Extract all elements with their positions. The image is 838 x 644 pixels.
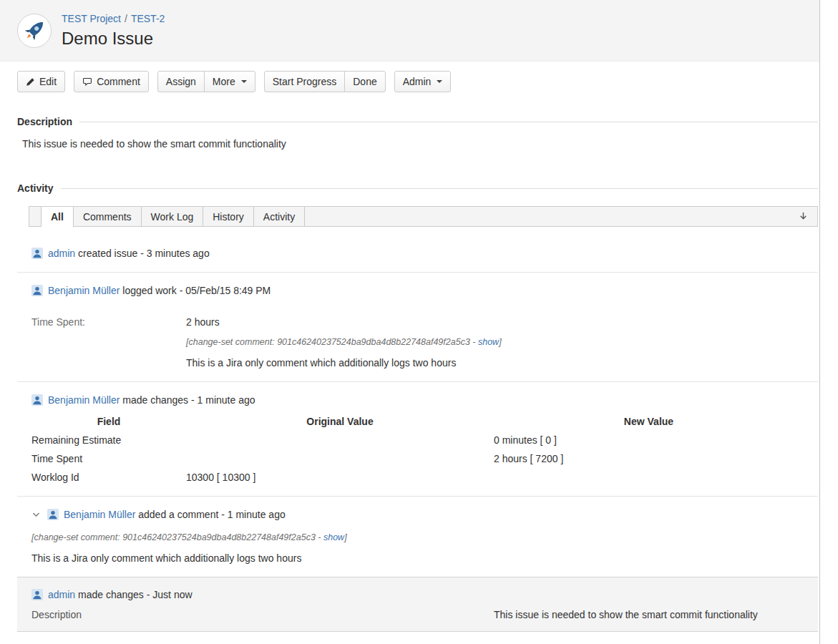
tab-history[interactable]: History (203, 207, 254, 226)
activity-item-header: Benjamin Müller added a comment - 1 minu… (31, 507, 804, 522)
more-dropdown-button[interactable]: More (204, 71, 255, 92)
more-button-label: More (213, 76, 235, 87)
user-avatar-icon (31, 394, 43, 406)
workflow-button-group: Assign More (157, 71, 255, 92)
start-progress-button-label: Start Progress (273, 76, 336, 87)
change-row-new (494, 470, 804, 484)
change-row-field: Remaining Estimate (31, 433, 186, 447)
tab-comments[interactable]: Comments (74, 207, 142, 226)
activity-item-header: admin made changes - Just now (31, 587, 804, 602)
changes-table: Field Original Value New Value Remaining… (31, 414, 804, 484)
activity-section-heading: Activity (17, 182, 818, 194)
change-row-field: Description (31, 608, 186, 622)
done-button[interactable]: Done (344, 71, 385, 92)
heading-rule (61, 188, 818, 189)
collapse-comment-button[interactable] (31, 510, 42, 519)
activity-summary: Benjamin Müller added a comment - 1 minu… (64, 507, 286, 522)
heading-rule (79, 122, 818, 122)
breadcrumb-separator: / (125, 13, 127, 24)
done-button-label: Done (353, 76, 376, 87)
change-row-original (186, 452, 494, 466)
description-text: This issue is needed to show the smart c… (22, 137, 802, 151)
breadcrumb-issue-key-link[interactable]: TEST-2 (131, 13, 165, 24)
activity-item-logged-work: Benjamin Müller logged work - 05/Feb/15 … (17, 272, 818, 381)
user-avatar-icon (47, 509, 59, 520)
user-link[interactable]: Benjamin Müller (48, 285, 120, 296)
activity-tabs: All Comments Work Log History Activity (29, 206, 818, 227)
pencil-icon (26, 77, 35, 87)
changeset-text: [change-set comment: 901c46240237524ba9d… (31, 532, 323, 542)
worklog-field-label: Time Spent: (31, 315, 186, 370)
page: TEST Project/TEST-2 Demo Issue Edit Comm… (0, 0, 838, 644)
worklog-time-spent-value: 2 hours (186, 315, 804, 329)
transition-button-group: Start Progress Done (264, 71, 386, 92)
activity-item-header: admin created issue - 3 minutes ago (31, 246, 804, 260)
change-row-field: Worklog Id (31, 470, 186, 484)
toolbar: Edit Comment Assign More Start Prog (0, 62, 819, 103)
user-link[interactable]: admin (48, 589, 75, 600)
activity-heading-label: Activity (17, 182, 54, 194)
arrow-down-icon (798, 213, 809, 224)
changes-header-field: Field (31, 414, 186, 429)
breadcrumb: TEST Project/TEST-2 (62, 12, 165, 25)
edit-button-label: Edit (39, 76, 57, 87)
activity-item-header: Benjamin Müller made changes - 1 minute … (31, 393, 804, 407)
activity-action-text: added a comment - 1 minute ago (138, 509, 285, 520)
worklog-details: Time Spent: 2 hours [change-set comment:… (31, 315, 804, 370)
activity-summary: admin made changes - Just now (48, 587, 193, 602)
user-avatar-icon (31, 589, 43, 600)
chevron-down-icon (31, 511, 41, 522)
changes-header-original-value: Original Value (186, 414, 494, 429)
changeset-show-link[interactable]: show (323, 532, 344, 542)
description-section-heading: Description (17, 116, 818, 127)
tab-activity[interactable]: Activity (254, 207, 305, 226)
changeset-text: ] (499, 337, 501, 347)
user-link[interactable]: admin (48, 248, 75, 259)
chevron-down-icon (241, 80, 247, 83)
worklog-comment-text: This is a Jira only comment which additi… (186, 356, 804, 370)
activity-action-text: created issue - 3 minutes ago (78, 248, 210, 259)
activity-item-header: Benjamin Müller logged work - 05/Feb/15 … (31, 283, 804, 298)
changeset-comment-line: [change-set comment: 901c46240237524ba9d… (31, 532, 804, 543)
activity-item-latest-change: admin made changes - Just now Descriptio… (17, 577, 818, 632)
assign-button-label: Assign (166, 76, 196, 87)
main-content: TEST Project/TEST-2 Demo Issue Edit Comm… (0, 0, 820, 644)
assign-button[interactable]: Assign (157, 71, 205, 92)
changes-header-new-value: New Value (494, 414, 804, 429)
change-row-new: This issue is needed to show the smart c… (494, 608, 804, 622)
activity-item-created-issue: admin created issue - 3 minutes ago (17, 227, 818, 272)
breadcrumb-project-link[interactable]: TEST Project (62, 13, 121, 24)
chevron-down-icon (437, 80, 442, 83)
activity-summary: admin created issue - 3 minutes ago (48, 246, 210, 260)
changeset-show-link[interactable]: show (478, 337, 499, 347)
tab-all[interactable]: All (41, 207, 74, 227)
user-link[interactable]: Benjamin Müller (48, 394, 120, 406)
comment-button[interactable]: Comment (74, 71, 149, 92)
change-row-original (186, 433, 494, 447)
project-avatar-rocket-icon (17, 14, 52, 48)
page-title: Demo Issue (62, 28, 165, 49)
activity-action-text: logged work - 05/Feb/15 8:49 PM (122, 285, 271, 296)
activity-action-text: made changes - 1 minute ago (122, 394, 255, 406)
activity-summary: Benjamin Müller logged work - 05/Feb/15 … (48, 283, 271, 298)
change-row-new: 0 minutes [ 0 ] (494, 433, 804, 447)
change-row-field: Time Spent (31, 452, 186, 466)
speech-bubble-icon (82, 77, 92, 87)
user-link[interactable]: Benjamin Müller (64, 509, 135, 520)
admin-dropdown-button[interactable]: Admin (394, 71, 452, 92)
admin-button-label: Admin (403, 76, 432, 87)
activity-summary: Benjamin Müller made changes - 1 minute … (48, 393, 255, 407)
edit-button[interactable]: Edit (17, 71, 65, 92)
scrollbar-track[interactable] (820, 0, 838, 644)
description-heading-label: Description (17, 116, 72, 127)
comment-button-label: Comment (97, 76, 140, 87)
activity-stream: admin created issue - 3 minutes ago Benj… (17, 227, 818, 632)
changes-table: Description This issue is needed to show… (31, 608, 804, 622)
changeset-text: [change-set comment: 901c46240237524ba9d… (186, 337, 478, 347)
start-progress-button[interactable]: Start Progress (264, 71, 345, 92)
tab-work-log[interactable]: Work Log (142, 207, 204, 226)
worklog-field-detail: 2 hours [change-set comment: 901c4624023… (186, 315, 804, 370)
issue-header: TEST Project/TEST-2 Demo Issue (0, 0, 819, 62)
sort-order-button[interactable] (798, 211, 809, 222)
activity-item-made-changes: Benjamin Müller made changes - 1 minute … (17, 381, 818, 496)
